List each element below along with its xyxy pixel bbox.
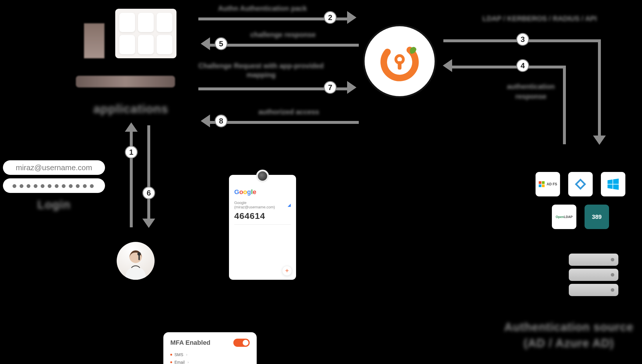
user-avatar (117, 242, 155, 280)
tile-azure-ad (568, 172, 593, 196)
tile-adfs: AD FS (536, 172, 560, 196)
server-row (569, 284, 618, 296)
step-6: 6 (142, 187, 155, 199)
login-block: miraz@username.com ●●●●●●●●●●●● Login (3, 160, 105, 211)
svg-rect-9 (542, 184, 545, 187)
server-row (569, 254, 618, 266)
step-1: 1 (125, 146, 138, 159)
login-password[interactable]: ●●●●●●●●●●●● (3, 178, 105, 193)
arrow6-head (142, 219, 155, 228)
login-password-mask: ●●●●●●●●●●●● (12, 181, 96, 190)
windows-icon (606, 177, 620, 191)
miniorange-idp (365, 26, 435, 96)
arrow3-vbar (598, 39, 601, 136)
microsoft-icon (538, 181, 545, 187)
svg-rect-6 (539, 181, 541, 184)
arrow5-head (201, 37, 210, 50)
mfa-title: MFA Enabled (170, 339, 210, 347)
svg-point-5 (137, 252, 141, 256)
mfa-enabled-toggle[interactable] (233, 339, 250, 347)
application-grid-icon (115, 9, 176, 58)
arrow4-head (443, 59, 452, 72)
authenticator-code: 464614 (234, 211, 291, 221)
mfa-card: MFA Enabled SMS› Email› Miniorange Authe… (163, 332, 257, 364)
authsource-caption1: Authentication source (502, 321, 636, 334)
arrow5-bar (210, 44, 359, 47)
arrow3-head (593, 136, 606, 145)
step-2: 2 (324, 11, 337, 24)
svg-rect-8 (539, 184, 541, 187)
step-8: 8 (215, 115, 228, 127)
arrow2-label: Authn Authentication pack (198, 4, 327, 13)
arrow8-head (201, 115, 210, 127)
google-logo: Google (234, 188, 291, 196)
arrow1-head (125, 122, 138, 132)
mfa-method-list: SMS› Email› Miniorange Authenticator› Au… (170, 351, 250, 364)
arrow4-hbar (452, 66, 563, 68)
authenticator-account: Google (miraz@username.com) (234, 201, 288, 209)
step-7: 7 (324, 81, 337, 94)
tile-389: 389 (585, 205, 609, 229)
login-label: Login (3, 198, 105, 211)
authsource-caption2: (AD / Azure AD) (502, 337, 636, 350)
mfa-item-sms[interactable]: SMS› (170, 351, 250, 358)
arrow6-bar (147, 125, 150, 219)
arrow2-head (347, 11, 356, 24)
login-username[interactable]: miraz@username.com (3, 160, 105, 175)
tile-openldap: OpenOpenLDAPLDAP (552, 205, 576, 229)
step-5: 5 (215, 37, 228, 50)
azure-ad-icon (574, 177, 587, 191)
login-username-value: miraz@username.com (16, 163, 92, 172)
arrow3-label: LDAP / KERBEROS / RADIUS / API (464, 15, 615, 23)
avatar-person-icon (118, 245, 153, 280)
server-row (569, 269, 618, 281)
arrow5-label: challenge response (230, 31, 335, 39)
mfa-item-email[interactable]: Email› (170, 358, 250, 364)
arrow4-label: authentication response (493, 82, 569, 101)
arrow7-label: Challenge Request with app-provided mapp… (198, 61, 324, 79)
miniorange-icon (376, 38, 423, 85)
step-4: 4 (516, 59, 529, 72)
svg-rect-7 (542, 181, 545, 184)
arrow7-head (347, 81, 356, 94)
arrow8-label: authorized access (236, 108, 341, 116)
signal-icon: ◢ (288, 203, 291, 207)
arrow8-bar (210, 121, 359, 124)
authsource-tiles: AD FS OpenOpenLDAPLDAP 389 (531, 172, 630, 229)
authenticator-phone: Google Google (miraz@username.com) ◢ 464… (229, 175, 296, 280)
applications-label: applications (93, 102, 168, 116)
tile-windows (601, 172, 625, 196)
phone-camera-icon (256, 170, 269, 182)
step-3: 3 (516, 33, 529, 46)
add-account-button[interactable]: + (282, 266, 292, 276)
application-stand (76, 76, 175, 87)
svg-rect-2 (398, 61, 402, 70)
server-stack (569, 254, 618, 299)
arrow4-vbar (563, 66, 566, 144)
application-neck (84, 23, 104, 58)
